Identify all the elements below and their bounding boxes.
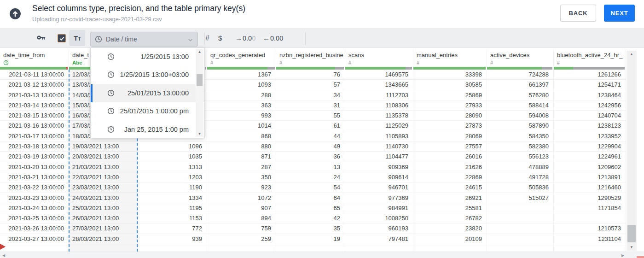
- table-cell: 259: [207, 234, 276, 244]
- table-cell: 27/03/2021 13:00: [69, 223, 137, 233]
- dropdown-item[interactable]: 1/25/2015 13:00+03:00: [91, 66, 204, 84]
- column-type-label: #: [490, 60, 493, 66]
- decimal-value: 0.00: [270, 35, 283, 42]
- clock-icon: [107, 53, 115, 62]
- column-type-toolbar: Tt Date / time # $ →0.00 ←0.00: [0, 29, 644, 48]
- dropdown-scrollbar[interactable]: ▲ ▼: [196, 49, 203, 137]
- table-cell: 1153: [137, 213, 207, 223]
- table-cell: 759: [207, 223, 276, 233]
- table-cell: 582380: [487, 141, 554, 151]
- column-selected-checkbox[interactable]: [58, 34, 66, 42]
- table-cell: [207, 244, 276, 252]
- page-header: Select columns type, precision, and the …: [0, 0, 644, 29]
- table-cell: 24: [276, 172, 345, 182]
- table-cell: 55: [276, 111, 345, 120]
- column-name: date_time_from: [0, 50, 69, 59]
- table-cell: 515027: [487, 193, 554, 203]
- table-cell: 54: [276, 182, 345, 192]
- scroll-up-icon[interactable]: ▲: [627, 52, 637, 56]
- scroll-right-icon[interactable]: ▶: [621, 253, 624, 258]
- table-cell: 25869: [413, 90, 487, 100]
- clock-icon: [107, 71, 115, 80]
- date-format-label: 1/25/2015 13:00+03:00: [120, 71, 189, 78]
- table-cell: 22/03/2021 13:00: [69, 172, 137, 182]
- table-cell: 20109: [413, 234, 487, 244]
- table-horizontal-scrollbar[interactable]: ◀ ▶: [0, 252, 644, 258]
- column-header-scans[interactable]: scans#: [345, 50, 413, 70]
- table-row: 2021-03-25 13:00:0026/03/2021 13:0011538…: [0, 213, 626, 223]
- primary-key-icon[interactable]: [36, 33, 46, 45]
- table-cell: 2021-03-16 13:00:00: [0, 121, 69, 130]
- table-cell: 44: [276, 131, 345, 141]
- table-row: 2021-03-20 13:00:0021/03/2021 13:0013132…: [0, 162, 626, 172]
- table-cell: [69, 244, 137, 252]
- table-cell: 61: [276, 121, 345, 130]
- vertical-scrollbar-thumb[interactable]: [627, 225, 636, 242]
- table-cell: 25581: [413, 203, 487, 213]
- table-cell: 28090: [413, 111, 487, 120]
- scroll-down-icon[interactable]: ▼: [627, 245, 637, 249]
- table-cell: 2021-03-23 13:00:00: [0, 193, 69, 203]
- table-cell: 1216460: [554, 182, 626, 192]
- table-cell: 2021-03-15 13:00:00: [0, 111, 69, 120]
- table-cell: 33398: [413, 70, 487, 79]
- text-type-button[interactable]: Tt: [70, 30, 85, 46]
- dropdown-item[interactable]: Jan 25, 2015 1:00 pm: [91, 121, 204, 139]
- column-header-qr_codes_generated[interactable]: qr_codes_generated#: [207, 50, 276, 70]
- table-row-empty: [0, 244, 626, 252]
- column-type-label: #: [348, 60, 351, 66]
- scroll-up-icon[interactable]: ▲: [196, 50, 203, 54]
- table-vertical-scrollbar[interactable]: ▲ ▼: [627, 51, 637, 251]
- decrease-decimal-button[interactable]: ←0.00: [263, 29, 283, 48]
- table-cell: 1112703: [345, 90, 413, 100]
- scroll-down-icon[interactable]: ▼: [196, 132, 203, 136]
- table-cell: [276, 244, 345, 252]
- table-cell: 19/03/2021 13:00: [69, 141, 137, 151]
- table-cell: 21/03/2021 13:00: [69, 162, 137, 172]
- dropdown-item[interactable]: 25/01/2015 13:00:00: [91, 84, 204, 102]
- column-header-date_time_from[interactable]: date_time_from: [0, 50, 69, 70]
- scroll-left-icon[interactable]: ◀: [2, 253, 5, 258]
- table-cell: 984991: [345, 203, 413, 213]
- type-select-dropdown[interactable]: Date / time: [90, 32, 198, 47]
- table-cell: 1171854: [554, 203, 626, 213]
- table-cell: 1105893: [345, 131, 413, 141]
- column-header-active_devices[interactable]: active_devices#: [487, 50, 554, 70]
- dropdown-item[interactable]: 1/25/2015 13:00: [91, 48, 204, 66]
- table-cell: 1261266: [554, 70, 626, 79]
- table-cell: 1140730: [345, 141, 413, 151]
- table-cell: 2021-03-17 13:00:00: [0, 131, 69, 141]
- dropdown-item[interactable]: 25/01/2015 1:00:00 pm: [91, 102, 204, 120]
- table-cell: 772: [137, 223, 207, 233]
- table-cell: 2021-03-19 13:00:00: [0, 152, 69, 161]
- table-cell: 2021-03-22 13:00:00: [0, 182, 69, 192]
- increase-decimal-button[interactable]: →0.00: [235, 29, 255, 48]
- table-row: 2021-03-24 13:00:0025/03/2021 13:0011959…: [0, 203, 626, 213]
- table-cell: 76: [276, 70, 345, 79]
- table-cell: 13: [276, 162, 345, 172]
- number-type-button[interactable]: #: [205, 29, 209, 48]
- table-cell: 960193: [345, 223, 413, 233]
- currency-type-button[interactable]: $: [218, 29, 222, 48]
- table-cell: 1014: [207, 121, 276, 130]
- table-cell: 1209602: [554, 162, 626, 172]
- table-cell: 584350: [487, 131, 554, 141]
- date-format-label: Jan 25, 2015 1:00 pm: [124, 126, 189, 133]
- table-cell: 36: [276, 152, 345, 161]
- column-header-manual_entries[interactable]: manual_entries#: [413, 50, 487, 70]
- table-cell: 939: [137, 234, 207, 244]
- table-cell: 42: [276, 213, 345, 223]
- table-cell: 1290529: [554, 193, 626, 203]
- table-cell: 2021-03-14 13:00:00: [0, 100, 69, 110]
- back-button[interactable]: BACK: [560, 5, 596, 22]
- upload-filename-subtitle: Uploading nz-covid-tracer-usage-2021-03-…: [32, 16, 162, 23]
- column-name: qr_codes_generated: [207, 50, 276, 59]
- table-cell: 19: [276, 234, 345, 244]
- column-header-nzbn_registered_busine[interactable]: nzbn_registered_busine#: [276, 50, 345, 70]
- table-cell: 491728: [487, 172, 554, 182]
- next-button[interactable]: NEXT: [604, 5, 635, 22]
- table-cell: 2021-03-21 13:00:00: [0, 172, 69, 182]
- table-cell: 1343665: [345, 80, 413, 89]
- column-header-bluetooth_active_24_hr_[interactable]: bluetooth_active_24_hr_#: [554, 50, 626, 70]
- dropdown-scrollbar-thumb[interactable]: [197, 74, 203, 86]
